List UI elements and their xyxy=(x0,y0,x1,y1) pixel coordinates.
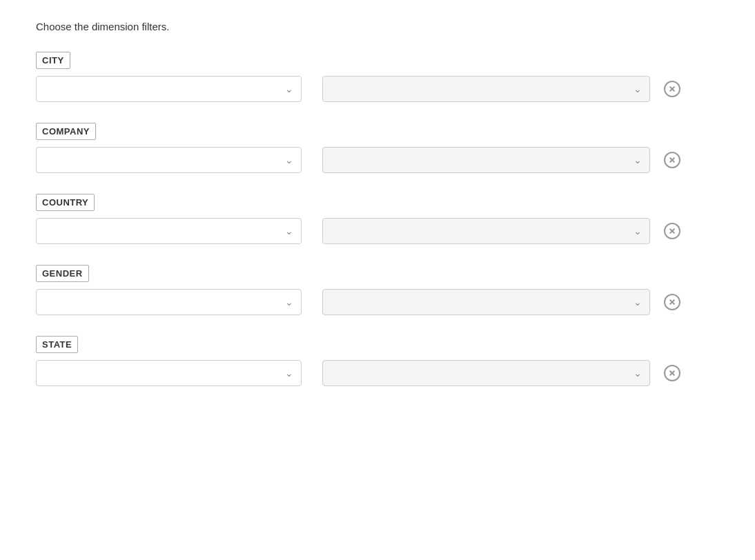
dropdowns-row-company: ⌄⌄ xyxy=(36,147,719,173)
close-icon-state xyxy=(664,365,680,381)
page-description: Choose the dimension filters. xyxy=(36,21,719,32)
dropdown-select-1-company[interactable] xyxy=(36,147,302,173)
dropdown-select-2-state[interactable] xyxy=(322,360,650,386)
dropdown-wrapper-1-country: ⌄ xyxy=(36,218,302,244)
dropdown-wrapper-2-country: ⌄ xyxy=(322,218,650,244)
dropdown-wrapper-2-gender: ⌄ xyxy=(322,289,650,315)
dropdown-select-2-company[interactable] xyxy=(322,147,650,173)
dropdown-select-1-city[interactable] xyxy=(36,76,302,102)
dropdown-wrapper-1-state: ⌄ xyxy=(36,360,302,386)
close-icon-country xyxy=(664,223,680,239)
dropdown-select-2-country[interactable] xyxy=(322,218,650,244)
dropdown-select-1-country[interactable] xyxy=(36,218,302,244)
remove-filter-button-country[interactable] xyxy=(661,220,683,242)
dimension-label-country: COUNTRY xyxy=(36,194,95,211)
dimension-group-country: COUNTRY⌄⌄ xyxy=(36,194,719,244)
remove-filter-button-company[interactable] xyxy=(661,149,683,171)
close-icon-city xyxy=(664,81,680,97)
dropdowns-row-country: ⌄⌄ xyxy=(36,218,719,244)
dropdowns-row-city: ⌄⌄ xyxy=(36,76,719,102)
dropdown-wrapper-1-city: ⌄ xyxy=(36,76,302,102)
dimension-group-gender: GENDER⌄⌄ xyxy=(36,265,719,315)
dimension-label-city: CITY xyxy=(36,52,70,69)
dropdowns-row-gender: ⌄⌄ xyxy=(36,289,719,315)
dimension-label-company: COMPANY xyxy=(36,123,96,140)
dropdown-wrapper-2-city: ⌄ xyxy=(322,76,650,102)
dropdown-wrapper-1-gender: ⌄ xyxy=(36,289,302,315)
dimension-group-company: COMPANY⌄⌄ xyxy=(36,123,719,173)
remove-filter-button-city[interactable] xyxy=(661,78,683,100)
dropdown-wrapper-2-state: ⌄ xyxy=(322,360,650,386)
remove-filter-button-state[interactable] xyxy=(661,362,683,384)
dropdown-select-2-city[interactable] xyxy=(322,76,650,102)
dimension-group-state: STATE⌄⌄ xyxy=(36,336,719,386)
dropdown-wrapper-2-company: ⌄ xyxy=(322,147,650,173)
filters-container: CITY⌄⌄COMPANY⌄⌄COUNTRY⌄⌄GENDER⌄⌄STATE⌄⌄ xyxy=(36,52,719,386)
dropdown-wrapper-1-company: ⌄ xyxy=(36,147,302,173)
page-container: Choose the dimension filters. CITY⌄⌄COMP… xyxy=(0,0,755,560)
dropdown-select-2-gender[interactable] xyxy=(322,289,650,315)
dimension-group-city: CITY⌄⌄ xyxy=(36,52,719,102)
dropdown-select-1-gender[interactable] xyxy=(36,289,302,315)
close-icon-gender xyxy=(664,294,680,310)
close-icon-company xyxy=(664,152,680,168)
dropdown-select-1-state[interactable] xyxy=(36,360,302,386)
dimension-label-gender: GENDER xyxy=(36,265,89,282)
dimension-label-state: STATE xyxy=(36,336,78,353)
remove-filter-button-gender[interactable] xyxy=(661,291,683,313)
dropdowns-row-state: ⌄⌄ xyxy=(36,360,719,386)
